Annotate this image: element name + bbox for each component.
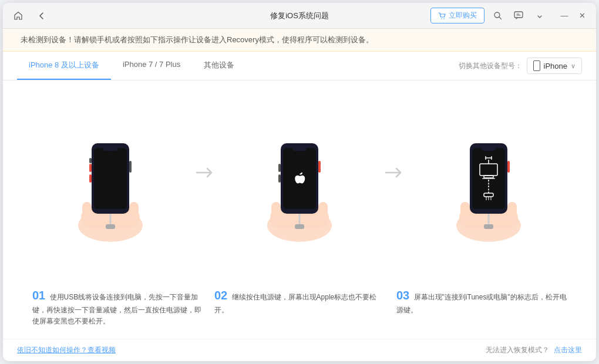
step1-visual (26, 126, 194, 243)
chat-icon[interactable] (510, 8, 527, 24)
steps-text: 01 使用USB线将设备连接到电脑，先按一下音量加键，再快速按一下音量减键，然后… (26, 286, 573, 327)
app-window: 修复iOS系统问题 立即购买 (3, 3, 596, 361)
page-title: 修复iOS系统问题 (203, 11, 396, 21)
steps-visual (26, 92, 573, 277)
buy-button[interactable]: 立即购买 (430, 8, 484, 23)
step2-visual (216, 126, 383, 243)
svg-rect-18 (106, 224, 115, 229)
svg-point-0 (441, 18, 442, 19)
cant-enter-link[interactable]: 点击这里 (554, 345, 582, 355)
step3-visual (405, 126, 573, 243)
title-bar: 修复iOS系统问题 立即购买 (3, 3, 596, 29)
title-bar-right: 立即购买 (396, 8, 589, 24)
search-icon[interactable] (489, 8, 506, 24)
tab-section: iPhone 8 及以上设备 iPhone 7 / 7 Plus 其他设备 切换… (3, 52, 596, 80)
svg-rect-15 (89, 174, 92, 183)
device-select-dropdown[interactable]: iPhone ∨ (527, 58, 582, 74)
close-button[interactable]: ✕ (575, 9, 589, 23)
svg-rect-30 (278, 174, 281, 183)
device-switcher: 切换其他设备型号： iPhone ∨ (459, 58, 582, 74)
arrow2 (383, 164, 405, 205)
window-controls: — ✕ (557, 9, 589, 23)
home-icon[interactable] (10, 8, 26, 24)
svg-rect-17 (129, 161, 132, 173)
step1-text: 01 使用USB线将设备连接到电脑，先按一下音量加键，再快速按一下音量减键，然后… (26, 286, 208, 327)
svg-rect-29 (278, 164, 281, 172)
svg-rect-13 (103, 146, 117, 151)
svg-rect-55 (484, 224, 493, 229)
tab-other[interactable]: 其他设备 (192, 52, 246, 80)
svg-rect-16 (89, 158, 92, 163)
tab-iphone7[interactable]: iPhone 7 / 7 Plus (111, 52, 192, 80)
back-icon[interactable] (33, 8, 50, 24)
svg-rect-21 (271, 202, 281, 220)
svg-rect-35 (460, 202, 470, 220)
svg-rect-28 (292, 146, 307, 151)
step3-text: 03 屏幕出现"连接到iTunes或电脑"的标志后，松开电源键。 (391, 286, 573, 327)
help-video-link[interactable]: 依旧不知道如何操作？查看视频 (17, 345, 116, 355)
minimize-button[interactable]: — (557, 9, 571, 23)
footer-right: 无法进入恢复模式？ 点击这里 (486, 345, 582, 355)
title-bar-left (10, 8, 203, 24)
svg-rect-31 (318, 161, 321, 173)
warning-bar: 未检测到设备！请解锁手机或者按照如下指示操作让设备进入Recovery模式，使得… (3, 29, 596, 52)
arrow1 (194, 164, 216, 205)
tab-iphone8[interactable]: iPhone 8 及以上设备 (17, 52, 111, 80)
step2-text: 02 继续按住电源键，屏幕出现Apple标志也不要松开。 (208, 286, 391, 327)
svg-rect-24 (318, 202, 328, 220)
svg-rect-38 (507, 202, 517, 220)
svg-rect-32 (295, 224, 304, 229)
svg-rect-54 (507, 161, 510, 173)
svg-rect-6 (82, 202, 92, 220)
expand-icon[interactable] (531, 8, 548, 24)
svg-rect-9 (129, 202, 139, 220)
phone-small-icon (533, 60, 540, 71)
svg-rect-14 (89, 164, 92, 172)
svg-point-1 (443, 18, 445, 19)
svg-rect-42 (482, 146, 496, 151)
svg-rect-12 (94, 148, 127, 209)
footer: 依旧不知道如何操作？查看视频 无法进入恢复模式？ 点击这里 (3, 339, 596, 361)
main-content: 01 使用USB线将设备连接到电脑，先按一下音量加键，再快速按一下音量减键，然后… (3, 80, 596, 339)
svg-rect-45 (482, 178, 495, 179)
svg-rect-3 (514, 12, 523, 18)
tabs: iPhone 8 及以上设备 iPhone 7 / 7 Plus 其他设备 (17, 52, 459, 80)
